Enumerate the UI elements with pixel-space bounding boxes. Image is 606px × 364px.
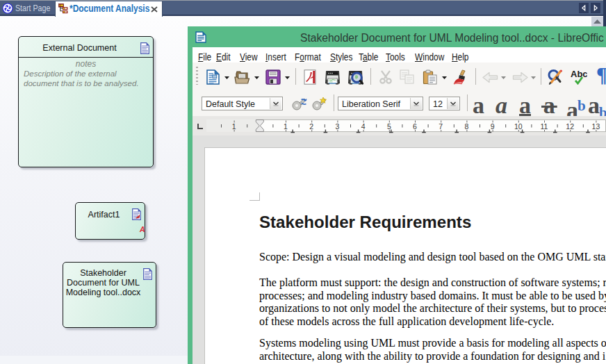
svg-text:¶: ¶ — [596, 67, 606, 85]
svg-text:Abc: Abc — [571, 69, 587, 79]
